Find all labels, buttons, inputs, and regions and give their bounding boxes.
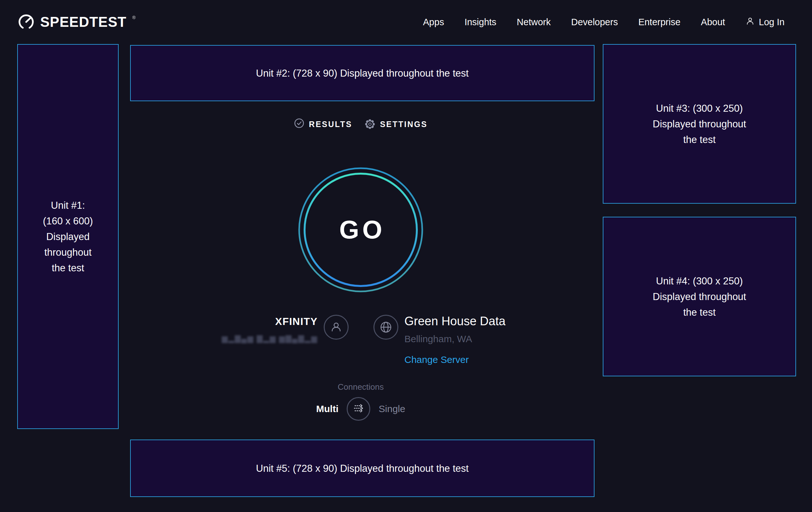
isp-name: XFINITY	[222, 315, 318, 328]
test-panel: RESULTS SETTINGS	[119, 44, 603, 446]
gear-icon	[365, 119, 375, 129]
ad-text-line: Unit #3: (300 x 250)	[656, 101, 743, 116]
connections-toggle-row: Multi Single	[119, 397, 603, 421]
ad-text-line: Unit #1:	[51, 197, 85, 213]
connections-toggle[interactable]	[347, 397, 370, 421]
isp-block: XFINITY ▆▂▇▄▆ ▇▂▆ ▆▇▄▇▂▆	[222, 315, 318, 343]
panel-tabs: RESULTS SETTINGS	[119, 118, 603, 130]
tab-settings[interactable]: SETTINGS	[365, 119, 427, 129]
nav-item-network[interactable]: Network	[517, 17, 550, 27]
connections-heading: Connections	[119, 382, 603, 392]
brand-wordmark: SPEEDTEST	[40, 15, 126, 29]
ad-unit-4[interactable]: Unit #4: (300 x 250) Displayed throughou…	[603, 217, 796, 376]
login-button[interactable]: Log In	[745, 16, 785, 28]
ad-text-line: Displayed	[46, 229, 90, 244]
nav-item-insights[interactable]: Insights	[464, 17, 496, 27]
ad-unit-3[interactable]: Unit #3: (300 x 250) Displayed throughou…	[603, 44, 796, 204]
login-label: Log In	[759, 17, 785, 27]
ad-text-line: Displayed throughout	[653, 116, 746, 132]
nav-item-enterprise[interactable]: Enterprise	[638, 17, 680, 27]
ad-text-line: (160 x 600)	[43, 213, 93, 229]
go-label: GO	[298, 167, 423, 292]
ad-text-line: Unit #4: (300 x 250)	[656, 273, 743, 289]
ad-text-line: the test	[683, 304, 716, 320]
server-name: Green House Data	[404, 314, 505, 328]
check-circle-icon	[294, 118, 304, 130]
go-button[interactable]: GO	[298, 167, 423, 292]
isp-details-redacted: ▆▂▇▄▆ ▇▂▆ ▆▇▄▇▂▆	[222, 334, 318, 343]
tab-results-label: RESULTS	[309, 120, 352, 129]
main-nav: Apps Insights Network Developers Enterpr…	[423, 16, 785, 28]
nav-item-apps[interactable]: Apps	[423, 17, 444, 27]
speedtest-page: SPEEDTEST ® Apps Insights Network Develo…	[0, 0, 812, 512]
gauge-icon	[17, 12, 35, 32]
nav-item-developers[interactable]: Developers	[571, 17, 618, 27]
person-icon	[745, 16, 755, 28]
ad-unit-1[interactable]: Unit #1: (160 x 600) Displayed throughou…	[17, 44, 119, 429]
ad-text-line: the test	[683, 132, 716, 147]
tab-settings-label: SETTINGS	[380, 120, 427, 129]
tab-results[interactable]: RESULTS	[294, 118, 352, 130]
person-circle-icon	[324, 315, 349, 340]
ad-text-line: throughout	[44, 244, 91, 260]
nav-item-about[interactable]: About	[701, 17, 725, 27]
multi-arrows-icon	[352, 402, 365, 416]
registered-trademark: ®	[133, 15, 136, 20]
connections-option-single[interactable]: Single	[379, 403, 405, 414]
ad-text-line: the test	[52, 260, 84, 276]
speedtest-logo[interactable]: SPEEDTEST ®	[17, 12, 136, 32]
isp-server-row: XFINITY ▆▂▇▄▆ ▇▂▆ ▆▇▄▇▂▆ Green House Dat…	[119, 314, 603, 371]
top-nav-bar: SPEEDTEST ® Apps Insights Network Develo…	[0, 0, 812, 44]
ad-text-line: Displayed throughout	[653, 289, 746, 304]
connections-option-multi[interactable]: Multi	[316, 403, 338, 414]
server-location: Bellingham, WA	[404, 332, 505, 346]
ad-text-line: Unit #5: (728 x 90) Displayed throughout…	[256, 461, 469, 476]
change-server-link[interactable]: Change Server	[404, 353, 505, 366]
server-block: Green House Data Bellingham, WA Change S…	[404, 314, 505, 366]
globe-icon	[374, 315, 398, 340]
ad-unit-5[interactable]: Unit #5: (728 x 90) Displayed throughout…	[130, 439, 594, 497]
